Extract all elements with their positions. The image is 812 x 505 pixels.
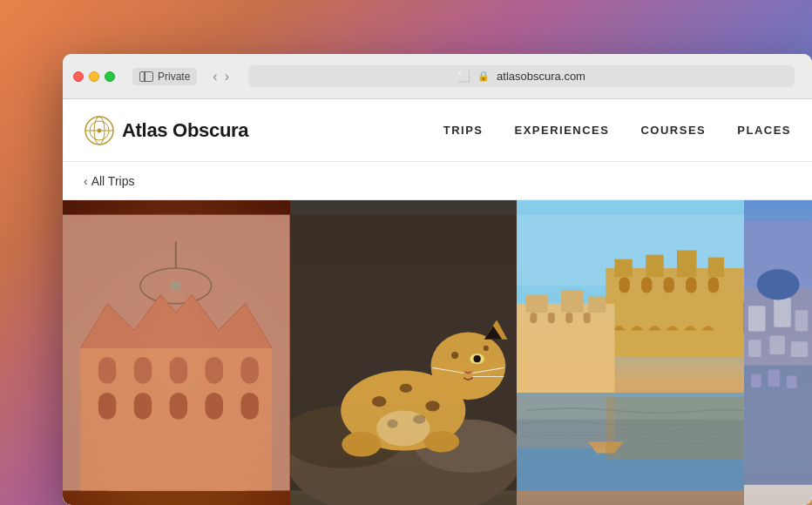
- breadcrumb-label: All Trips: [91, 174, 135, 188]
- image-gallery: [63, 200, 812, 505]
- lock-icon: 🔒: [477, 71, 490, 82]
- breadcrumb-bar: ‹ All Trips: [63, 162, 812, 200]
- nav-experiences[interactable]: EXPERIENCES: [514, 124, 609, 137]
- svg-point-4: [98, 128, 102, 132]
- svg-rect-61: [531, 313, 538, 323]
- svg-rect-8: [134, 357, 152, 384]
- palace-illustration: [63, 200, 290, 505]
- svg-rect-64: [584, 313, 591, 323]
- svg-rect-13: [134, 393, 152, 420]
- svg-rect-81: [768, 370, 780, 387]
- svg-rect-67: [606, 397, 743, 460]
- leopard-illustration: [290, 200, 518, 505]
- svg-point-78: [756, 269, 799, 300]
- svg-rect-80: [751, 374, 761, 387]
- svg-point-25: [430, 332, 505, 400]
- svg-rect-77: [791, 341, 809, 357]
- svg-rect-12: [98, 393, 116, 420]
- svg-rect-55: [686, 277, 696, 293]
- city-illustration: [517, 200, 744, 505]
- svg-rect-56: [708, 277, 719, 293]
- svg-rect-16: [240, 393, 258, 420]
- gallery-image-palace[interactable]: [63, 200, 290, 505]
- svg-rect-72: [748, 306, 766, 331]
- svg-rect-51: [708, 258, 724, 277]
- svg-point-19: [171, 280, 181, 291]
- svg-rect-54: [664, 277, 674, 293]
- maximize-button[interactable]: [105, 71, 115, 82]
- site-nav-links: TRIPS EXPERIENCES COURSES PLACES: [443, 124, 791, 137]
- svg-point-35: [425, 401, 439, 411]
- svg-rect-14: [170, 393, 187, 420]
- svg-rect-74: [795, 310, 808, 331]
- svg-rect-9: [170, 357, 187, 384]
- svg-rect-50: [677, 250, 696, 277]
- nav-arrows: ‹ ›: [211, 69, 231, 84]
- svg-rect-68: [517, 394, 614, 448]
- svg-point-40: [342, 432, 381, 457]
- nav-places[interactable]: PLACES: [737, 124, 791, 137]
- svg-point-29: [473, 355, 480, 362]
- site-logo[interactable]: Atlas Obscura: [84, 115, 248, 146]
- svg-rect-15: [206, 393, 223, 420]
- svg-rect-59: [561, 290, 584, 313]
- svg-point-33: [372, 396, 386, 407]
- minimize-button[interactable]: [89, 71, 99, 82]
- gallery-image-city[interactable]: [517, 200, 744, 505]
- svg-point-41: [423, 431, 459, 453]
- svg-rect-73: [774, 297, 791, 327]
- private-mode-badge: Private: [132, 68, 197, 85]
- svg-rect-52: [619, 277, 630, 293]
- title-bar: Private ‹ › ⬜ 🔒 atlasobscura.com: [63, 54, 812, 99]
- gallery-image-partial[interactable]: [744, 200, 812, 505]
- svg-rect-75: [748, 340, 761, 357]
- svg-rect-49: [646, 255, 663, 278]
- forward-button[interactable]: ›: [223, 69, 231, 84]
- svg-rect-62: [548, 313, 555, 323]
- breadcrumb-chevron-icon: ‹: [84, 174, 88, 188]
- svg-rect-58: [525, 295, 548, 313]
- svg-point-34: [399, 384, 411, 393]
- logo-text: Atlas Obscura: [122, 119, 248, 142]
- breadcrumb-all-trips[interactable]: ‹ All Trips: [84, 174, 134, 188]
- svg-rect-11: [240, 357, 258, 384]
- sidebar-panel-icon: [139, 71, 153, 82]
- svg-rect-60: [588, 297, 606, 313]
- svg-rect-7: [98, 357, 116, 384]
- logo-emblem-icon: [84, 115, 115, 146]
- browser-controls: Private ‹ ›: [132, 68, 231, 85]
- site-nav: Atlas Obscura TRIPS EXPERIENCES COURSES …: [63, 99, 812, 162]
- svg-rect-48: [615, 259, 633, 277]
- website-content: Atlas Obscura TRIPS EXPERIENCES COURSES …: [63, 99, 812, 505]
- browser-window: Private ‹ › ⬜ 🔒 atlasobscura.com: [63, 54, 812, 505]
- url-text: atlasobscura.com: [497, 70, 585, 83]
- svg-rect-76: [769, 335, 785, 354]
- nav-trips[interactable]: TRIPS: [443, 124, 484, 137]
- address-bar[interactable]: ⬜ 🔒 atlasobscura.com: [248, 65, 795, 87]
- svg-rect-10: [206, 357, 223, 384]
- close-button[interactable]: [73, 71, 84, 82]
- traffic-lights: [73, 71, 115, 82]
- back-button[interactable]: ‹: [211, 69, 219, 84]
- nav-courses[interactable]: COURSES: [640, 124, 706, 137]
- svg-rect-82: [787, 375, 797, 388]
- address-bar-tab-icon: ⬜: [457, 71, 470, 83]
- private-label: Private: [158, 71, 190, 83]
- svg-point-38: [451, 352, 458, 359]
- partial-city-illustration: [744, 200, 812, 505]
- svg-point-39: [483, 346, 488, 351]
- gallery-image-leopard[interactable]: [290, 200, 518, 505]
- svg-rect-53: [641, 277, 652, 293]
- svg-rect-63: [565, 313, 572, 323]
- svg-point-42: [376, 410, 430, 446]
